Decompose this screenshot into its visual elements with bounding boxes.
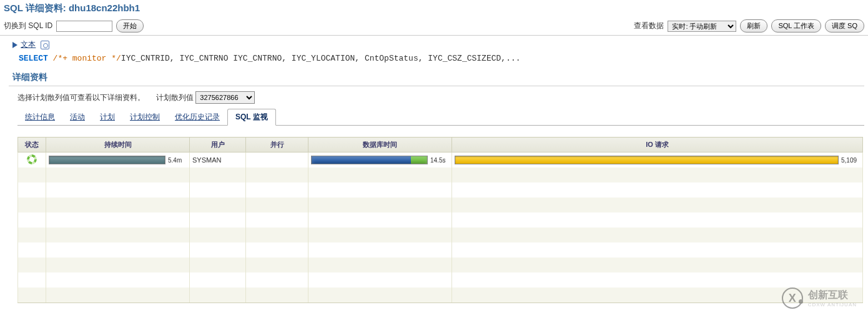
- text-link-row: 文本: [0, 36, 868, 51]
- col-user[interactable]: 用户: [190, 138, 246, 152]
- clipboard-icon[interactable]: [41, 41, 49, 49]
- table-row[interactable]: 5.4m SYSMAN 14.5s 5,109: [18, 152, 863, 168]
- refresh-button[interactable]: 刷新: [740, 19, 767, 32]
- detail-tabs: 统计信息 活动 计划 计划控制 优化历史记录 SQL 监视: [17, 109, 864, 126]
- view-data-select[interactable]: 实时: 手动刷新: [668, 21, 736, 32]
- parallel-cell: [246, 152, 308, 168]
- user-cell: SYSMAN: [190, 152, 246, 168]
- view-data-label: 查看数据: [634, 21, 664, 31]
- col-dbtime[interactable]: 数据库时间: [308, 138, 452, 152]
- table-row: [18, 242, 863, 258]
- page-title-prefix: SQL 详细资料:: [4, 2, 69, 13]
- sql-id-input[interactable]: [56, 21, 112, 32]
- dbtime-bar-fill: [311, 156, 428, 164]
- status-spinner-icon: [27, 154, 37, 164]
- watermark: X 创新互联 CDXW ANTIJUAN: [782, 288, 857, 308]
- sql-body: IYC_CNTRID, IYC_CNTRNO IYC_CNTRNO, IYC_Y…: [121, 54, 521, 63]
- toolbar-left: 切换到 SQL ID 开始: [4, 19, 144, 32]
- tab-sql-monitor[interactable]: SQL 监视: [227, 109, 276, 126]
- tab-activity[interactable]: 活动: [62, 109, 92, 125]
- table-header-row: 状态 持续时间 用户 并行 数据库时间 IO 请求: [18, 138, 863, 152]
- table-row: [18, 198, 863, 212]
- sql-worksheet-button[interactable]: SQL 工作表: [771, 19, 821, 32]
- schedule-sql-button[interactable]: 调度 SQ: [825, 19, 864, 32]
- watermark-logo-icon: X: [782, 288, 803, 308]
- duration-bar: 5.4m: [49, 156, 187, 164]
- tab-tuning-history[interactable]: 优化历史记录: [167, 109, 227, 125]
- watermark-text: 创新互联: [808, 289, 857, 302]
- toolbar-right: 查看数据 实时: 手动刷新 刷新 SQL 工作表 调度 SQ: [634, 19, 864, 32]
- plan-hash-label: 计划散列值: [156, 93, 194, 102]
- table-row: [18, 288, 863, 302]
- sql-text: SELECT /*+ monitor */IYC_CNTRID, IYC_CNT…: [0, 51, 868, 69]
- table-row: [18, 212, 863, 228]
- table-row: [18, 168, 863, 182]
- details-header: 详细资料: [9, 69, 864, 86]
- table-row: [18, 182, 863, 198]
- sql-hint-comment: /*+ monitor */: [53, 54, 121, 63]
- table-row: [18, 272, 863, 288]
- page-title: SQL 详细资料: dhu18cn22hbh1: [0, 0, 868, 17]
- table-row: [18, 258, 863, 272]
- io-bar: 5,109: [455, 156, 860, 164]
- page-sql-id: dhu18cn22hbh1: [69, 2, 140, 13]
- io-value: 5,109: [841, 157, 860, 164]
- sql-keyword-select: SELECT: [19, 54, 53, 63]
- duration-bar-fill: [49, 156, 165, 164]
- sql-monitor-table: 状态 持续时间 用户 并行 数据库时间 IO 请求 5.4m SYSMAN 14…: [17, 137, 863, 303]
- col-duration[interactable]: 持续时间: [46, 138, 190, 152]
- tab-statistics[interactable]: 统计信息: [17, 109, 62, 125]
- col-status[interactable]: 状态: [18, 138, 46, 152]
- table-row: [18, 228, 863, 242]
- top-toolbar: 切换到 SQL ID 开始 查看数据 实时: 手动刷新 刷新 SQL 工作表 调…: [0, 17, 868, 36]
- play-icon: [12, 42, 17, 48]
- col-io[interactable]: IO 请求: [452, 138, 863, 152]
- dbtime-bar: 14.5s: [311, 156, 449, 164]
- expand-text-link[interactable]: 文本: [12, 39, 36, 50]
- switch-sqlid-label: 切换到 SQL ID: [4, 21, 52, 31]
- tab-plan[interactable]: 计划: [92, 109, 122, 125]
- dbtime-value: 14.5s: [430, 157, 449, 164]
- io-bar-fill: [455, 156, 839, 164]
- duration-value: 5.4m: [168, 157, 187, 164]
- col-parallel[interactable]: 并行: [246, 138, 308, 152]
- plan-hash-hint: 选择计划散列值可查看以下详细资料。: [17, 92, 145, 103]
- text-link-label: 文本: [21, 40, 36, 49]
- plan-hash-row: 选择计划散列值可查看以下详细资料。 计划散列值 3275627866: [0, 86, 868, 109]
- plan-hash-select[interactable]: 3275627866: [195, 91, 255, 104]
- tab-plan-control[interactable]: 计划控制: [122, 109, 167, 125]
- watermark-subtext: CDXW ANTIJUAN: [808, 302, 857, 308]
- go-button[interactable]: 开始: [116, 19, 144, 32]
